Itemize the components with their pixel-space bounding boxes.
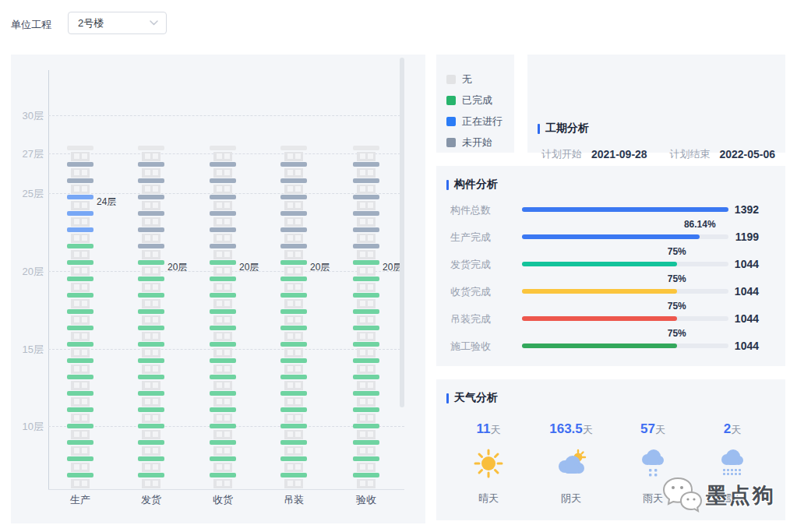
component-progress-fill [522, 344, 677, 348]
floor-window [145, 382, 150, 388]
floor-segment [67, 342, 93, 358]
floor-body [213, 446, 232, 456]
floor-window [153, 448, 158, 453]
floor-window [287, 382, 293, 388]
floor-segment [67, 358, 93, 375]
floor-window [368, 252, 373, 257]
legend-item-in_progress[interactable]: 正在进行 [446, 115, 503, 129]
floor-window [74, 448, 79, 453]
floor-window [295, 235, 301, 241]
floor-status-cap [138, 211, 164, 216]
floor-window [217, 301, 222, 306]
unit-select[interactable]: 2号楼 [68, 12, 167, 34]
floor-window [368, 382, 373, 388]
floor-body [71, 234, 90, 243]
title-accent-bar [446, 180, 449, 190]
floor-segment [138, 375, 164, 391]
floor-status-cap [280, 195, 307, 199]
floor-body [357, 381, 376, 390]
floor-body [71, 217, 90, 227]
floor-window [74, 284, 79, 290]
floor-body [71, 168, 90, 178]
floor-window [287, 170, 293, 175]
floor-status-cap [280, 326, 307, 330]
component-percent-label: 75% [650, 246, 704, 257]
component-progress-fill [522, 234, 700, 239]
chart-scrollbar[interactable] [400, 58, 404, 407]
floor-window [224, 464, 230, 470]
floor-window [153, 399, 158, 404]
floor-window [287, 153, 293, 159]
floor-body [142, 152, 160, 161]
floor-window [74, 203, 79, 208]
dashboard: 单位工程 2号楼 30层27层25层20层15层10层 24层20层20层20层… [0, 0, 797, 532]
floor-window [295, 333, 301, 339]
floor-window [287, 333, 293, 339]
floor-status-cap [353, 260, 379, 265]
floor-segment [138, 456, 164, 473]
floor-body [71, 152, 90, 161]
legend-item-completed[interactable]: 已完成 [446, 93, 492, 107]
floor-segment [280, 260, 307, 277]
floor-segment [280, 473, 307, 489]
floor-body [357, 250, 376, 259]
building-column-收货 [210, 146, 236, 489]
floor-body [213, 152, 232, 161]
floor-window [145, 432, 150, 437]
floor-window [295, 252, 301, 257]
legend-label: 未开始 [462, 136, 492, 150]
floor-window [74, 252, 79, 257]
component-progress-fill [522, 316, 677, 321]
floor-window [295, 301, 301, 306]
floor-window [153, 219, 158, 224]
floor-status-cap [353, 407, 379, 412]
floor-status-cap [67, 391, 93, 396]
floor-window [368, 464, 373, 470]
floor-status-cap [280, 293, 307, 298]
floor-status-cap [138, 473, 164, 477]
legend-item-none[interactable]: 无 [446, 72, 472, 86]
floor-status-cap [353, 277, 379, 281]
floor-window [368, 186, 373, 192]
floor-segment [280, 358, 307, 375]
floor-window [368, 153, 373, 159]
x-axis [48, 489, 404, 490]
floor-segment [353, 260, 379, 277]
floor-body [284, 365, 303, 374]
floor-body [284, 185, 303, 194]
floor-status-cap [280, 227, 307, 232]
floor-segment [353, 391, 379, 407]
floor-status-cap [280, 146, 307, 150]
floor-status-cap [353, 162, 379, 167]
legend-item-not_started[interactable]: 未开始 [446, 136, 492, 150]
floor-window [145, 481, 150, 486]
floor-body [71, 201, 90, 210]
floor-segment [138, 178, 164, 195]
component-percent-label: 75% [650, 301, 704, 312]
floor-body [71, 185, 90, 194]
floor-status-cap [353, 178, 379, 183]
floor-segment [353, 178, 379, 195]
floor-status-cap [138, 407, 164, 412]
legend-label: 已完成 [462, 93, 492, 107]
floor-status-cap [210, 473, 236, 477]
component-row-value: 1044 [731, 258, 759, 270]
floor-window [287, 399, 293, 404]
floor-segment [280, 407, 307, 424]
floor-window [74, 235, 79, 241]
floor-window [145, 350, 150, 355]
floor-window [82, 317, 87, 322]
planned-end-value: 2022-05-06 [719, 148, 775, 160]
weather-panel: 天气分析 11天 晴天 163.5天 [436, 379, 785, 520]
floor-status-cap [138, 162, 164, 167]
floor-window [217, 432, 222, 437]
floor-status-cap [210, 342, 236, 347]
floor-window [217, 448, 222, 453]
floor-window [295, 382, 301, 388]
floor-window [82, 268, 87, 273]
floor-body [284, 348, 303, 358]
floor-segment [210, 277, 236, 293]
floor-status-cap [353, 211, 379, 216]
title-accent-bar [538, 124, 540, 134]
floor-body [213, 299, 232, 308]
